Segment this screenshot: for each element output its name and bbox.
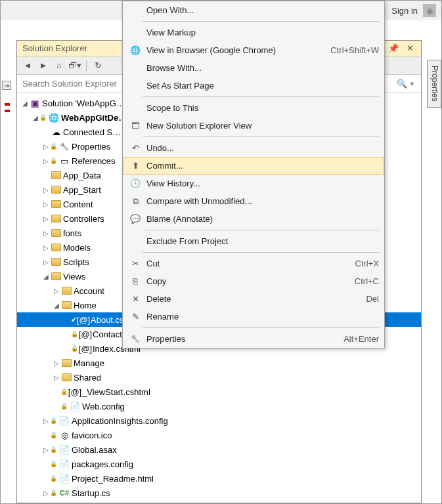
margin-indicators xyxy=(1,99,11,116)
lock-icon: 🔒 xyxy=(50,143,57,150)
commit-icon: ⬆ xyxy=(128,161,143,171)
undo-icon: ↶ xyxy=(128,143,143,153)
annotate-icon: 💬 xyxy=(128,214,143,224)
menu-delete[interactable]: ✕DeleteDel xyxy=(123,290,384,308)
change-marker-icon xyxy=(5,110,10,112)
context-menu: Open With... View Markup 🌐View in Browse… xyxy=(122,1,385,348)
menu-new-view[interactable]: 🗔New Solution Explorer View xyxy=(123,117,384,135)
file-node[interactable]: 🔒[@]_ViewStart.cshtml xyxy=(17,385,421,399)
lock-icon: 🔒 xyxy=(50,475,57,482)
asax-icon: 📄 xyxy=(58,444,70,455)
folder-icon xyxy=(50,257,62,267)
lock-icon: 🔒 xyxy=(50,417,57,424)
file-node[interactable]: 🔒📄Project_Readme.html xyxy=(17,471,421,486)
file-node[interactable]: ▷🔒📄Global.asax xyxy=(17,442,421,457)
separator xyxy=(143,136,379,137)
lock-icon: 🔒 xyxy=(50,446,57,453)
cshtml-icon: [@] xyxy=(69,387,81,397)
lock-icon: 🔒 xyxy=(50,158,57,164)
home-button[interactable]: ⌂ xyxy=(53,59,66,72)
folder-icon xyxy=(60,285,72,296)
menu-properties[interactable]: PropertiesAlt+Enter xyxy=(123,330,384,348)
separator xyxy=(86,60,87,71)
user-icon[interactable]: ◉ xyxy=(423,4,436,17)
copy-icon: ⎘ xyxy=(128,276,143,286)
separator xyxy=(143,96,379,97)
menu-blame[interactable]: 💬Blame (Annotate) xyxy=(123,210,384,228)
browser-icon: 🌐 xyxy=(128,45,143,55)
menu-view-browser[interactable]: 🌐View in Browser (Google Chrome)Ctrl+Shi… xyxy=(123,41,384,59)
sign-in-link[interactable]: Sign in xyxy=(391,6,418,16)
file-node[interactable]: 🔒📄packages.config xyxy=(17,457,421,471)
file-node[interactable]: ▷🔒C#Startup.cs xyxy=(17,486,421,500)
change-marker-icon xyxy=(5,103,10,106)
folder-icon xyxy=(60,300,72,310)
lock-icon: 🔒 xyxy=(50,461,57,467)
lock-icon: 🔒 xyxy=(50,432,57,438)
cloud-icon: ☁ xyxy=(50,127,62,137)
config-icon: 📄 xyxy=(58,459,70,469)
folder-icon xyxy=(50,271,62,282)
pin-icon[interactable]: 📌 xyxy=(386,43,401,53)
separator xyxy=(143,230,379,230)
html-icon: 📄 xyxy=(58,473,70,484)
file-node[interactable]: ▷🔒📄ApplicationInsights.config xyxy=(17,413,421,428)
wrench-icon xyxy=(128,335,143,343)
menu-history[interactable]: 🕓View History... xyxy=(123,175,384,192)
menu-browse-with[interactable]: Browse With... xyxy=(123,59,384,77)
menu-commit[interactable]: ⬆Commit... xyxy=(123,157,384,175)
separator xyxy=(143,252,379,253)
folder-icon xyxy=(50,199,62,209)
file-node[interactable]: 🔒◎favicon.ico xyxy=(17,428,421,442)
dock-left-button[interactable]: ⇥ xyxy=(2,81,11,90)
folder-icon xyxy=(50,242,62,253)
folder-icon xyxy=(50,213,62,224)
menu-copy[interactable]: ⎘CopyCtrl+C xyxy=(123,272,384,290)
menu-open-with[interactable]: Open With... xyxy=(123,1,384,19)
menu-view-markup[interactable]: View Markup xyxy=(123,24,384,41)
folder-icon xyxy=(50,228,62,238)
csharp-icon: C# xyxy=(58,488,70,498)
refresh-button[interactable]: ↻ xyxy=(91,59,104,72)
file-node[interactable]: 🔒📄Web.config xyxy=(17,399,421,413)
folder-icon xyxy=(60,372,72,383)
search-dropdown-icon[interactable]: 🔍 ▾ xyxy=(393,79,418,89)
menu-scope[interactable]: Scope to This xyxy=(123,99,384,117)
lock-icon: 🔒 xyxy=(60,388,68,395)
compare-icon: ⧉ xyxy=(128,196,143,207)
lock-icon: 🔒 xyxy=(39,114,47,121)
cut-icon: ✂ xyxy=(128,259,143,268)
menu-rename[interactable]: ✎Rename xyxy=(123,308,384,326)
rename-icon: ✎ xyxy=(128,312,143,322)
wrench-icon xyxy=(58,141,70,152)
folder-icon xyxy=(50,170,62,180)
solution-icon: ▣ xyxy=(29,98,41,108)
close-icon[interactable]: ✕ xyxy=(405,43,416,53)
sync-button[interactable]: 🗗▾ xyxy=(68,59,81,72)
config-icon: 📄 xyxy=(69,401,81,411)
cshtml-icon: [@] xyxy=(77,314,89,325)
lock-icon: 🔒 xyxy=(50,490,57,496)
back-button[interactable]: ◄ xyxy=(21,59,34,72)
menu-set-start[interactable]: Set As Start Page xyxy=(123,77,384,94)
folder-node[interactable]: ▷Manage xyxy=(17,356,421,370)
folder-icon xyxy=(60,358,72,368)
menu-compare[interactable]: ⧉Compare with Unmodified... xyxy=(123,192,384,210)
menu-undo[interactable]: ↶Undo... xyxy=(123,139,384,157)
separator xyxy=(143,21,379,22)
lock-icon: 🔒 xyxy=(71,345,78,352)
folder-icon xyxy=(50,184,62,195)
separator xyxy=(143,327,379,328)
folder-node[interactable]: ▷Shared xyxy=(17,370,421,385)
favicon-icon: ◎ xyxy=(58,430,70,440)
history-icon: 🕓 xyxy=(128,178,143,188)
references-icon: ▭ xyxy=(58,156,70,166)
lock-icon: 🔒 xyxy=(60,403,68,410)
forward-button[interactable]: ► xyxy=(37,59,50,72)
properties-tab[interactable]: Properties xyxy=(427,60,441,108)
menu-cut[interactable]: ✂CutCtrl+X xyxy=(123,255,384,272)
menu-exclude[interactable]: Exclude From Project xyxy=(123,232,384,250)
panel-title: Solution Explorer xyxy=(22,43,87,53)
window-icon: 🗔 xyxy=(128,121,143,131)
csharp-project-icon: 🌐 xyxy=(48,112,60,123)
